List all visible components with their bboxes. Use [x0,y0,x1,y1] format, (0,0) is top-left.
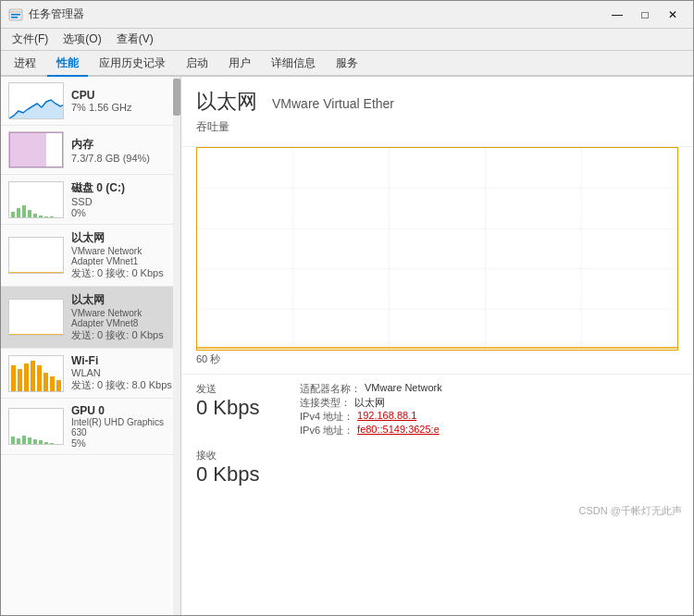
gpu-info: GPU 0 Intel(R) UHD Graphics 630 5% [71,404,173,449]
detail-panel: 以太网 VMware Virtual Ether 吞吐量 [181,77,693,615]
detail-header: 以太网 VMware Virtual Ether 吞吐量 [181,77,693,147]
svg-rect-9 [28,210,31,217]
tab-users[interactable]: 用户 [219,52,260,77]
sidebar-item-ethernet1[interactable]: 以太网 VMware Network Adapter VMnet1 发送: 0 … [1,225,180,287]
conn-type-label: 连接类型： [300,396,351,410]
tab-app-history[interactable]: 应用历史记录 [90,52,175,77]
sidebar-item-disk[interactable]: 磁盘 0 (C:) SSD 0% [1,175,180,225]
tab-details[interactable]: 详细信息 [262,52,325,77]
adapter-name-label: 适配器名称： [300,382,361,396]
send-label: 发送 [196,382,270,396]
tab-process[interactable]: 进程 [5,52,45,77]
app-icon [8,7,23,22]
adapter-info: 适配器名称： VMware Network 连接类型： 以太网 IPv4 地址：… [300,382,678,437]
ipv6-label: IPv6 地址： [300,424,353,437]
wifi-info: Wi-Fi WLAN 发送: 0 接收: 8.0 Kbps [71,354,173,392]
ethernet2-label: 以太网 [71,292,173,308]
memory-info: 内存 7.3/7.8 GB (94%) [71,137,173,164]
ipv4-value: 192.168.88.1 [357,410,416,424]
sidebar-item-gpu[interactable]: GPU 0 Intel(R) UHD Graphics 630 5% [1,399,180,455]
title-bar-left: 任务管理器 [8,6,84,22]
ethernet1-sub2: 发送: 0 接收: 0 Kbps [71,266,173,280]
svg-rect-11 [39,216,43,217]
ethernet2-sub2: 发送: 0 接收: 0 Kbps [71,328,173,342]
ipv6-value: fe80::5149:3625:e [357,424,440,437]
watermark-text: CSDN @千帐灯无此声 [579,504,682,518]
send-value: 0 Kbps [196,396,270,420]
wifi-sub2: 发送: 0 接收: 8.0 Kbps [71,378,173,392]
close-button[interactable]: ✕ [660,5,686,25]
adapter-name-row: 适配器名称： VMware Network [300,382,678,396]
disk-sub2: 0% [71,207,173,218]
disk-label: 磁盘 0 (C:) [71,180,173,196]
ethernet2-info: 以太网 VMware Network Adapter VMnet8 发送: 0 … [71,292,173,342]
adapter-name-value: VMware Network [365,382,442,396]
svg-rect-25 [56,380,61,391]
ethernet2-thumbnail [8,299,64,336]
menu-view[interactable]: 查看(V) [109,30,161,49]
svg-rect-10 [33,214,37,217]
ethernet1-sub1: VMware Network Adapter VMnet1 [71,246,173,266]
svg-rect-30 [28,437,31,444]
svg-rect-27 [11,437,15,444]
maximize-button[interactable]: □ [632,5,658,25]
svg-rect-7 [17,208,20,217]
svg-rect-13 [50,216,54,217]
svg-rect-8 [22,205,26,217]
svg-rect-32 [39,440,43,444]
recv-value: 0 Kbps [196,462,678,487]
title-bar: 任务管理器 — □ ✕ [1,1,693,29]
svg-rect-14 [56,217,59,218]
svg-rect-16 [9,300,64,336]
recv-label: 接收 [196,449,678,462]
svg-rect-15 [9,238,64,274]
detail-subtitle: VMware Virtual Ether [272,96,394,111]
svg-rect-19 [18,369,22,391]
stats-row: 发送 0 Kbps 适配器名称： VMware Network 连接类型： 以太… [181,374,693,445]
sidebar-scrollbar-thumb [173,79,180,116]
ethernet2-sub1: VMware Network Adapter VMnet8 [71,308,173,328]
sidebar-item-memory[interactable]: 内存 7.3/7.8 GB (94%) [1,126,180,175]
ipv4-label: IPv4 地址： [300,410,353,424]
gpu-sub1: Intel(R) UHD Graphics 630 [71,417,173,437]
memory-sub: 7.3/7.8 GB (94%) [71,153,173,164]
memory-label: 内存 [71,137,173,153]
tab-services[interactable]: 服务 [327,52,367,77]
disk-thumbnail [8,181,64,218]
sidebar-item-wifi[interactable]: Wi-Fi WLAN 发送: 0 接收: 8.0 Kbps [1,349,180,399]
memory-thumbnail [8,131,64,168]
wifi-sub1: WLAN [71,367,173,378]
wifi-thumbnail [8,355,64,392]
svg-rect-17 [9,356,64,392]
cpu-sub: 7% 1.56 GHz [71,102,173,113]
svg-rect-34 [50,443,54,444]
minimize-button[interactable]: — [604,5,630,25]
task-manager-window: 任务管理器 — □ ✕ 文件(F) 选项(O) 查看(V) 进程 性能 应用历史… [0,0,694,616]
svg-rect-28 [17,438,20,444]
sidebar: CPU 7% 1.56 GHz 内存 7.3/7.8 GB (94%) [1,77,181,615]
ipv6-row: IPv6 地址： fe80::5149:3625:e [300,424,678,437]
svg-rect-20 [24,363,29,391]
sidebar-item-cpu[interactable]: CPU 7% 1.56 GHz [1,77,180,126]
graph-label: 吞吐量 [196,119,678,135]
sidebar-scrollbar[interactable] [173,77,180,615]
tab-performance[interactable]: 性能 [47,52,88,77]
memory-mini-graph [9,132,63,167]
svg-rect-31 [33,439,37,444]
window-controls: — □ ✕ [604,5,686,25]
recv-stat-block: 接收 0 Kbps [196,449,678,487]
svg-rect-3 [11,17,18,18]
svg-rect-24 [50,376,55,391]
menu-options[interactable]: 选项(O) [56,30,108,49]
main-content: CPU 7% 1.56 GHz 内存 7.3/7.8 GB (94%) [1,77,693,615]
gpu-sub2: 5% [71,437,173,449]
svg-rect-23 [43,373,48,391]
sidebar-item-ethernet2[interactable]: 以太网 VMware Network Adapter VMnet8 发送: 0 … [1,287,180,349]
svg-rect-12 [44,216,48,217]
svg-rect-33 [44,442,48,444]
svg-rect-6 [11,212,15,217]
tab-startup[interactable]: 启动 [177,52,217,77]
send-stat-block: 发送 0 Kbps [196,382,270,437]
menu-file[interactable]: 文件(F) [5,30,56,49]
cpu-label: CPU [71,89,173,102]
